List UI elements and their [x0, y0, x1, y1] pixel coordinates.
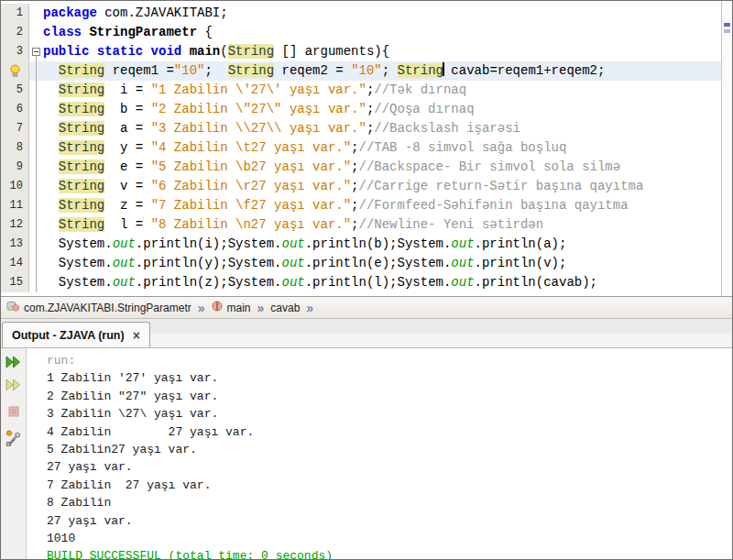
line-number[interactable]: 14: [1, 254, 29, 273]
code-line-text: class StringParametr {: [43, 23, 732, 42]
code-token: ;: [351, 198, 358, 213]
close-icon[interactable]: ×: [133, 329, 140, 342]
breadcrumb-item-method[interactable]: main: [212, 301, 251, 314]
output-tabbar: Output - ZJAVA (run) ×: [1, 319, 732, 348]
code-line[interactable]: 10 String v = "6 Zabilin \r27 yaşı var."…: [1, 177, 732, 196]
output-line: 5 Zabilin27 yaşı var.: [47, 441, 732, 458]
code-token: [43, 102, 59, 116]
code-token: main: [190, 44, 221, 59]
code-token: out: [451, 236, 474, 251]
code-line[interactable]: 13 System.out.println(i);System.out.prin…: [1, 235, 732, 254]
code-line-text: System.out.println(i);System.out.println…: [43, 235, 732, 254]
fold-margin: [29, 138, 43, 158]
code-token: public static void: [43, 44, 181, 59]
line-number[interactable]: 10: [1, 177, 29, 196]
line-number[interactable]: 3: [1, 42, 29, 61]
code-line-text: package com.ZJAVAKITABI;: [43, 4, 732, 23]
code-token: "7 Zabilin \f27 yaşı var.": [151, 198, 351, 213]
hint-lightbulb-icon[interactable]: [1, 61, 29, 81]
code-line[interactable]: 1package com.ZJAVAKITABI;: [1, 4, 732, 23]
output-line: 27 yaşı var.: [47, 512, 732, 530]
breadcrumb: com.ZJAVAKITABI.StringParametr » main » …: [1, 296, 732, 319]
rerun-secondary-button[interactable]: [4, 376, 23, 394]
line-number[interactable]: 15: [1, 273, 29, 292]
code-line[interactable]: 9 String e = "5 Zabilin \b27 yaşı var.";…: [1, 158, 732, 177]
code-line[interactable]: 14 System.out.println(y);System.out.prin…: [1, 254, 732, 273]
line-number[interactable]: 1: [1, 4, 29, 23]
class-icon: [6, 300, 19, 315]
code-token: String: [59, 121, 104, 136]
code-line[interactable]: 12 String l = "8 Zabilin \n27 yaşı var."…: [1, 215, 732, 235]
code-token: out: [451, 256, 474, 270]
code-line-text: String v = "6 Zabilin \r27 yaşı var.";//…: [43, 177, 732, 196]
code-token: String: [59, 140, 104, 155]
code-line[interactable]: 11 String z = "7 Zabilin \f27 yaşı var."…: [1, 196, 732, 215]
line-number[interactable]: 7: [1, 119, 29, 138]
code-token: [43, 121, 59, 136]
fold-guide: [36, 177, 37, 196]
code-token: String: [398, 63, 443, 78]
line-number[interactable]: 6: [1, 100, 29, 119]
fold-guide: [36, 100, 37, 119]
code-line-text: System.out.println(z);System.out.println…: [43, 273, 732, 292]
code-line[interactable]: 5 String i = "1 Zabilin \'27\' yaşı var.…: [1, 81, 732, 100]
code-token: String: [59, 102, 104, 116]
code-line[interactable]: 2class StringParametr {: [1, 23, 732, 42]
code-token: out: [451, 275, 474, 290]
occurrence-mark[interactable]: [724, 29, 730, 33]
chevron-right-icon: »: [198, 302, 205, 314]
code-line[interactable]: 7 String a = "3 Zabilin \\27\\ yaşı var.…: [1, 119, 732, 138]
line-number[interactable]: 2: [1, 23, 29, 42]
breadcrumb-item-field[interactable]: cavab: [270, 302, 300, 314]
code-token: [43, 140, 59, 155]
code-line[interactable]: 6 String b = "2 Zabilin \"27\" yaşı var.…: [1, 100, 732, 119]
line-number[interactable]: 9: [1, 158, 29, 177]
code-token: reqem1 =: [104, 63, 174, 78]
code-token: out: [281, 236, 304, 251]
code-line[interactable]: String reqem1 ="10"; String reqem2 = "10…: [1, 61, 732, 81]
code-token: [43, 198, 59, 213]
stop-button[interactable]: [4, 402, 23, 421]
code-token: "10": [174, 63, 205, 78]
code-token: .println(cavab);: [475, 275, 597, 290]
code-token: System.: [43, 236, 113, 251]
fold-margin: [29, 81, 43, 100]
code-line-text: public static void main(String [] argume…: [43, 42, 732, 61]
code-line-text: String e = "5 Zabilin \b27 yaşı var.";//…: [43, 158, 732, 177]
line-number[interactable]: 13: [1, 235, 29, 254]
line-number[interactable]: 11: [1, 196, 29, 215]
fold-guide: [36, 215, 37, 235]
rerun-button[interactable]: [4, 353, 23, 371]
ant-settings-button[interactable]: [4, 429, 23, 447]
code-line[interactable]: 3public static void main(String [] argum…: [1, 42, 732, 61]
code-token: ;: [351, 159, 358, 174]
code-line[interactable]: 8 String y = "4 Zabilin \t27 yaşı var.";…: [1, 138, 732, 158]
line-number[interactable]: 8: [1, 138, 29, 158]
line-number[interactable]: 12: [1, 215, 29, 235]
code-token: [43, 179, 59, 193]
line-number[interactable]: 5: [1, 81, 29, 100]
code-line-text: String z = "7 Zabilin \f27 yaşı var.";//…: [43, 196, 732, 215]
code-editor[interactable]: 1package com.ZJAVAKITABI;2class StringPa…: [1, 1, 732, 296]
breadcrumb-item-class[interactable]: com.ZJAVAKITABI.StringParametr: [6, 300, 191, 315]
code-token: String: [59, 82, 104, 97]
code-line-text: String i = "1 Zabilin \'27\' yaşı var.";…: [43, 81, 732, 100]
fold-margin: [29, 177, 43, 196]
fold-toggle-icon[interactable]: [32, 48, 40, 56]
code-line[interactable]: 15 System.out.println(z);System.out.prin…: [1, 273, 732, 292]
code-token: //Backslash işarəsi: [374, 121, 520, 136]
code-token: "4 Zabilin \t27 yaşı var.": [151, 140, 351, 155]
code-token: "8 Zabilin \n27 yaşı var.": [151, 217, 351, 232]
output-line: 8 Zabilin: [47, 494, 732, 511]
ant-settings-wrench-icon: [5, 430, 21, 446]
code-token: String: [228, 44, 274, 59]
output-console[interactable]: run:1 Zabilin '27' yaşı var.2 Zabilin "2…: [27, 348, 732, 559]
chevron-right-icon: »: [306, 302, 313, 314]
code-token: //Backspace- Bir simvol sola silmə: [359, 159, 621, 174]
error-stripe[interactable]: [721, 1, 732, 296]
tab-output-zjava-run[interactable]: Output - ZJAVA (run) ×: [2, 322, 150, 347]
caret-position-mark[interactable]: [724, 23, 730, 27]
code-token: //Qoşa dırnaq: [374, 102, 474, 116]
breadcrumb-field-label: cavab: [270, 302, 300, 314]
fold-margin: [29, 215, 43, 235]
